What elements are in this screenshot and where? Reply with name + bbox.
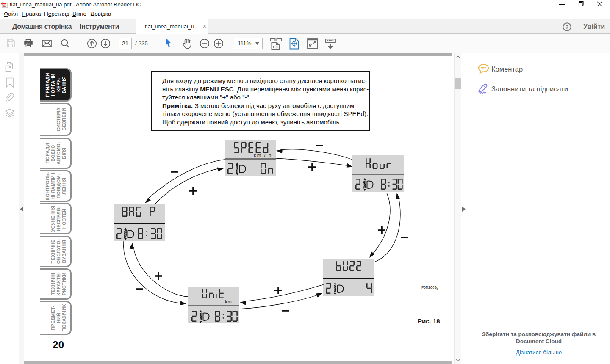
svg-text:Рис. 18: Рис. 18 <box>418 317 440 325</box>
svg-text:F0R2003g: F0R2003g <box>421 285 438 290</box>
svg-text:km: km <box>225 299 232 304</box>
svg-text:km / h: km / h <box>254 153 272 158</box>
